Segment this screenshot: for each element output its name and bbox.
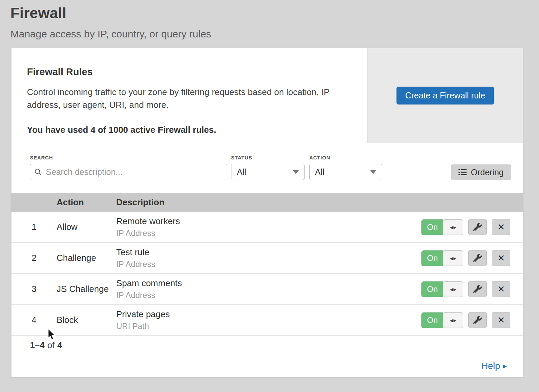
close-icon: ✕ bbox=[497, 284, 505, 294]
status-select[interactable]: All bbox=[231, 164, 305, 180]
table-row: 2 Challenge Test rule IP Address On ◂▸ ✕ bbox=[11, 243, 523, 274]
search-icon bbox=[34, 168, 42, 176]
card-intro: Firewall Rules Control incoming traffic … bbox=[11, 48, 367, 143]
rules-usage-text: You have used 4 of 1000 active Firewall … bbox=[27, 125, 347, 135]
toggle-on-label: On bbox=[421, 250, 443, 266]
rule-field: IP Address bbox=[116, 291, 421, 300]
ordering-list-icon bbox=[458, 169, 467, 176]
rule-action: JS Challenge bbox=[57, 284, 116, 294]
rule-description-cell: Test rule IP Address bbox=[116, 247, 421, 269]
rule-action: Allow bbox=[57, 222, 116, 232]
delete-rule-button[interactable]: ✕ bbox=[492, 281, 510, 297]
toggle-knob[interactable]: ◂▸ bbox=[443, 312, 463, 328]
table-header: Action Description bbox=[11, 193, 523, 212]
edit-rule-button[interactable] bbox=[468, 219, 487, 235]
help-label: Help bbox=[481, 361, 500, 371]
edit-rule-button[interactable] bbox=[468, 281, 487, 297]
rule-description-cell: Spam comments IP Address bbox=[116, 278, 421, 300]
create-rule-panel: Create a Firewall rule bbox=[367, 48, 523, 143]
toggle-knob[interactable]: ◂▸ bbox=[443, 281, 463, 297]
pagination-separator: of bbox=[47, 340, 55, 351]
card-footer: Help ▸ bbox=[11, 355, 523, 377]
search-filter-group: SEARCH bbox=[30, 155, 227, 180]
rule-priority: 3 bbox=[11, 284, 57, 294]
wrench-icon bbox=[473, 285, 482, 293]
table-row: 4 Block Private pages URI Path On ◂▸ ✕ bbox=[11, 305, 523, 336]
toggle-on-label: On bbox=[421, 312, 443, 328]
rule-enabled-toggle[interactable]: On ◂▸ bbox=[421, 219, 463, 235]
close-icon: ✕ bbox=[497, 315, 505, 325]
toggle-arrows-icon: ◂▸ bbox=[449, 317, 457, 324]
rule-field: IP Address bbox=[116, 260, 421, 269]
rule-description-cell: Remote workers IP Address bbox=[116, 216, 421, 238]
status-select-value: All bbox=[237, 167, 246, 177]
create-firewall-rule-button[interactable]: Create a Firewall rule bbox=[397, 87, 494, 104]
firewall-rules-table: Action Description 1 Allow Remote worker… bbox=[11, 193, 523, 336]
toggle-on-label: On bbox=[421, 281, 443, 297]
row-controls: On ◂▸ ✕ bbox=[421, 219, 523, 235]
rule-enabled-toggle[interactable]: On ◂▸ bbox=[421, 312, 463, 328]
help-link[interactable]: Help ▸ bbox=[481, 361, 507, 371]
filters-bar: SEARCH STATUS All ACTION All bbox=[11, 143, 523, 193]
wrench-icon bbox=[473, 316, 482, 324]
search-box bbox=[30, 164, 227, 180]
card-heading: Firewall Rules bbox=[27, 66, 347, 78]
caret-right-icon: ▸ bbox=[503, 363, 507, 370]
page-header: Firewall Manage access by IP, country, o… bbox=[0, 0, 539, 40]
rule-description: Test rule bbox=[116, 247, 421, 258]
pagination: 1–4 of 4 bbox=[11, 336, 523, 355]
ordering-button[interactable]: Ordering bbox=[451, 164, 511, 180]
delete-rule-button[interactable]: ✕ bbox=[492, 250, 510, 266]
search-input[interactable] bbox=[45, 167, 223, 177]
chevron-down-icon bbox=[293, 170, 299, 174]
rule-description: Spam comments bbox=[116, 278, 421, 289]
column-header-action: Action bbox=[57, 197, 116, 208]
edit-rule-button[interactable] bbox=[468, 250, 487, 266]
page-title: Firewall bbox=[10, 5, 539, 22]
rule-priority: 1 bbox=[11, 222, 57, 232]
action-select[interactable]: All bbox=[309, 164, 382, 180]
row-controls: On ◂▸ ✕ bbox=[421, 312, 523, 328]
page-subtitle: Manage access by IP, country, or query r… bbox=[10, 28, 539, 40]
rule-enabled-toggle[interactable]: On ◂▸ bbox=[421, 281, 463, 297]
delete-rule-button[interactable]: ✕ bbox=[492, 219, 510, 235]
firewall-rules-card: Firewall Rules Control incoming traffic … bbox=[11, 48, 523, 377]
edit-rule-button[interactable] bbox=[468, 312, 487, 328]
row-controls: On ◂▸ ✕ bbox=[421, 281, 523, 297]
rule-field: IP Address bbox=[116, 229, 421, 238]
action-select-value: All bbox=[315, 167, 324, 177]
rule-enabled-toggle[interactable]: On ◂▸ bbox=[421, 250, 463, 266]
toggle-on-label: On bbox=[421, 219, 443, 235]
chevron-down-icon bbox=[370, 170, 376, 174]
pagination-range: 1–4 bbox=[30, 340, 44, 351]
toggle-arrows-icon: ◂▸ bbox=[449, 224, 457, 231]
rule-action: Challenge bbox=[57, 253, 116, 263]
status-filter-group: STATUS All bbox=[231, 155, 305, 180]
pagination-total: 4 bbox=[57, 340, 62, 351]
rule-action: Block bbox=[57, 315, 116, 325]
toggle-arrows-icon: ◂▸ bbox=[449, 255, 457, 262]
card-top-section: Firewall Rules Control incoming traffic … bbox=[11, 48, 523, 143]
close-icon: ✕ bbox=[497, 253, 505, 263]
firewall-page: Firewall Manage access by IP, country, o… bbox=[0, 0, 539, 377]
toggle-knob[interactable]: ◂▸ bbox=[443, 219, 463, 235]
column-header-description: Description bbox=[116, 197, 523, 208]
ordering-button-label: Ordering bbox=[471, 168, 504, 177]
toggle-arrows-icon: ◂▸ bbox=[449, 286, 457, 293]
close-icon: ✕ bbox=[497, 222, 505, 232]
action-filter-group: ACTION All bbox=[309, 155, 382, 180]
table-row: 3 JS Challenge Spam comments IP Address … bbox=[11, 274, 523, 305]
rule-description-cell: Private pages URI Path bbox=[116, 309, 421, 331]
rule-description: Private pages bbox=[116, 309, 421, 320]
action-label: ACTION bbox=[309, 155, 382, 160]
rule-priority: 2 bbox=[11, 253, 57, 263]
delete-rule-button[interactable]: ✕ bbox=[492, 312, 510, 328]
rule-description: Remote workers bbox=[116, 216, 421, 227]
toggle-knob[interactable]: ◂▸ bbox=[443, 250, 463, 266]
table-row: 1 Allow Remote workers IP Address On ◂▸ … bbox=[11, 212, 523, 243]
status-label: STATUS bbox=[231, 155, 305, 160]
rule-priority: 4 bbox=[11, 315, 57, 325]
wrench-icon bbox=[473, 223, 482, 231]
wrench-icon bbox=[473, 254, 482, 262]
rule-field: URI Path bbox=[116, 322, 421, 331]
